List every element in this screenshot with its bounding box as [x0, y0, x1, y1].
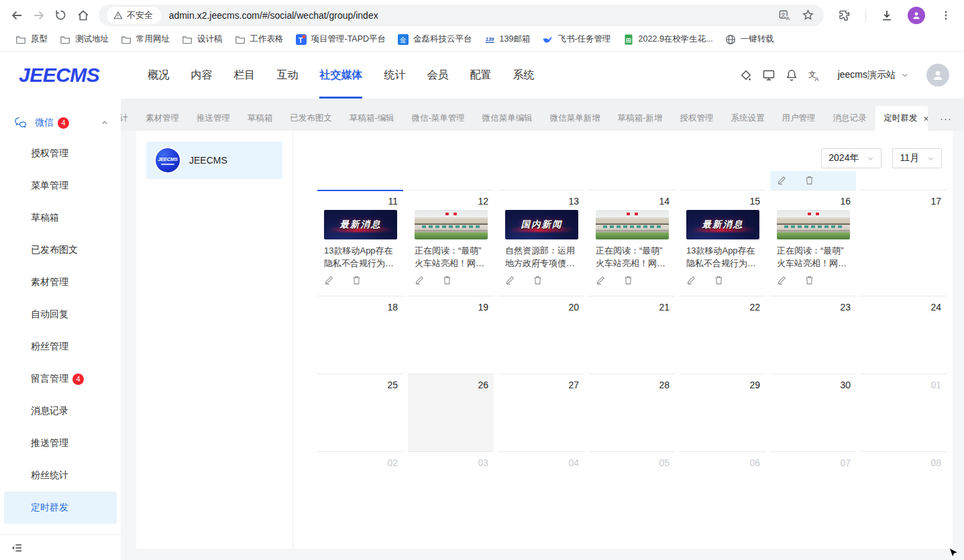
tab-推送管理[interactable]: 推送管理	[188, 106, 239, 131]
delete-icon[interactable]	[804, 275, 814, 285]
calendar-day-cell-24[interactable]: 24	[861, 296, 947, 374]
calendar-day-cell-25[interactable]: 25	[317, 374, 403, 451]
sidebar-item-粉丝统计[interactable]: 粉丝统计	[4, 459, 117, 492]
calendar-cell-partial[interactable]	[770, 171, 856, 190]
edit-icon[interactable]	[686, 275, 696, 285]
edit-icon[interactable]	[777, 175, 787, 185]
calendar-day-cell-07[interactable]: 07	[770, 451, 856, 549]
language-icon[interactable]: 文A	[803, 64, 826, 87]
tab-微信菜单新增[interactable]: 微信菜单新增	[541, 106, 609, 131]
tab-统计[interactable]: 统计	[121, 106, 137, 131]
calendar-day-cell-28[interactable]: 28	[589, 374, 675, 451]
tab-草稿箱[interactable]: 草稿箱	[239, 106, 282, 131]
back-icon[interactable]	[5, 4, 28, 27]
calendar-day-cell-11[interactable]: 11最新消息13款移动App存在隐私不合规行为，涉...	[317, 190, 403, 296]
nav-item-栏目[interactable]: 栏目	[233, 52, 255, 99]
edit-icon[interactable]	[596, 275, 606, 285]
calendar-day-cell-03[interactable]: 03	[408, 451, 494, 549]
calendar-day-cell-13[interactable]: 13国内新闻自然资源部：运用地方政府专项债券资...	[498, 190, 584, 296]
bookmark-item[interactable]: 一键转载	[719, 32, 780, 47]
calendar-day-cell-08[interactable]: 08	[861, 451, 947, 549]
site-switcher[interactable]: jeecms演示站	[838, 69, 909, 81]
calendar-day-cell-06[interactable]: 06	[680, 451, 765, 549]
delete-icon[interactable]	[623, 275, 633, 285]
jeecms-logo[interactable]: JEECMS	[19, 64, 99, 87]
bookmark-item[interactable]: 飞书-任务管理	[536, 32, 617, 47]
tab-微信菜单编辑[interactable]: 微信菜单编辑	[474, 106, 541, 131]
sidebar-item-草稿箱[interactable]: 草稿箱	[4, 202, 117, 234]
tab-微信-菜单管理[interactable]: 微信-菜单管理	[403, 106, 474, 131]
tabs-more-icon[interactable]: ···	[928, 106, 964, 131]
bookmark-item[interactable]: 2022.9在校学生花...	[617, 32, 719, 47]
bookmark-item[interactable]: 原型	[9, 32, 54, 47]
translate-page-icon[interactable]: 文A	[779, 9, 791, 21]
calendar-day-cell-14[interactable]: 14正在阅读：“最萌”火车站亮相！网友：...	[589, 190, 675, 296]
home-icon[interactable]	[72, 4, 94, 27]
calendar-day-cell-16[interactable]: 16正在阅读：“最萌”火车站亮相！网友：...	[770, 190, 856, 296]
calendar-day-cell-12[interactable]: 12正在阅读：“最萌”火车站亮相！网友：...	[408, 190, 494, 296]
tab-素材管理[interactable]: 素材管理	[137, 106, 188, 131]
sidebar-item-自动回复[interactable]: 自动回复	[4, 298, 117, 331]
nav-item-会员[interactable]: 会员	[427, 52, 448, 99]
edit-icon[interactable]	[324, 275, 334, 285]
calendar-day-cell-20[interactable]: 20	[498, 296, 584, 374]
sidebar-item-素材管理[interactable]: 素材管理	[4, 266, 117, 298]
edit-icon[interactable]	[777, 275, 787, 285]
nav-item-系统[interactable]: 系统	[513, 52, 534, 99]
collapse-menu-icon[interactable]	[11, 542, 23, 554]
tab-消息记录[interactable]: 消息记录	[824, 106, 875, 131]
extensions-icon[interactable]	[833, 4, 856, 27]
sidebar-item-消息记录[interactable]: 消息记录	[4, 395, 117, 427]
delete-icon[interactable]	[352, 275, 362, 285]
nav-item-互动[interactable]: 互动	[276, 52, 298, 99]
delete-icon[interactable]	[804, 175, 814, 185]
calendar-day-cell-19[interactable]: 19	[408, 296, 494, 374]
delete-icon[interactable]	[533, 275, 543, 285]
nav-item-社交媒体[interactable]: 社交媒体	[319, 52, 362, 99]
calendar-day-cell-17[interactable]: 17	[861, 190, 947, 296]
download-icon[interactable]	[875, 4, 898, 27]
calendar-day-cell-23[interactable]: 23	[770, 296, 856, 374]
year-select[interactable]: 2024年	[821, 148, 881, 168]
sidebar-item-留言管理[interactable]: 留言管理4	[4, 363, 117, 395]
bookmark-item[interactable]: 金金磊科技云平台	[392, 32, 478, 47]
browser-profile-avatar[interactable]	[908, 7, 925, 24]
sidebar-group-wechat[interactable]: 微信 4	[0, 108, 121, 137]
nav-item-配置[interactable]: 配置	[470, 52, 491, 99]
edit-icon[interactable]	[415, 275, 425, 285]
calendar-day-cell-02[interactable]: 02	[317, 451, 403, 549]
sidebar-item-菜单管理[interactable]: 菜单管理	[4, 170, 117, 202]
monitor-icon[interactable]	[757, 64, 780, 87]
calendar-day-cell-22[interactable]: 22	[680, 296, 765, 374]
tab-草稿箱-新增[interactable]: 草稿箱-新增	[609, 106, 672, 131]
sidebar-item-粉丝管理[interactable]: 粉丝管理	[4, 331, 117, 363]
tab-用户管理[interactable]: 用户管理	[773, 106, 824, 131]
bookmark-item[interactable]: 139139邮箱	[478, 32, 537, 47]
nav-item-概况[interactable]: 概况	[148, 52, 169, 99]
sidebar-item-推送管理[interactable]: 推送管理	[4, 427, 117, 459]
reload-icon[interactable]	[50, 4, 72, 27]
tab-定时群发[interactable]: 定时群发×	[875, 106, 928, 131]
tab-草稿箱-编辑[interactable]: 草稿箱-编辑	[341, 106, 403, 131]
bookmark-star-icon[interactable]	[802, 9, 814, 21]
calendar-day-cell-21[interactable]: 21	[589, 296, 675, 374]
tab-已发布图文[interactable]: 已发布图文	[282, 106, 341, 131]
security-badge[interactable]: 不安全	[107, 7, 161, 24]
edit-icon[interactable]	[505, 275, 515, 285]
tab-系统设置[interactable]: 系统设置	[722, 106, 773, 131]
delete-icon[interactable]	[714, 275, 724, 285]
sidebar-item-授权管理[interactable]: 授权管理	[4, 137, 117, 170]
nav-item-内容[interactable]: 内容	[191, 52, 212, 99]
bookmark-item[interactable]: T项目管理-TAPD平台	[290, 32, 392, 47]
calendar-day-cell-18[interactable]: 18	[317, 296, 403, 374]
calendar-day-cell-27[interactable]: 27	[498, 374, 584, 451]
calendar-day-cell-26[interactable]: 26	[408, 374, 494, 451]
month-select[interactable]: 11月	[892, 148, 942, 168]
calendar-day-cell-30[interactable]: 30	[770, 374, 856, 451]
nav-item-统计[interactable]: 统计	[384, 52, 405, 99]
calendar-day-cell-01[interactable]: 01	[861, 374, 947, 451]
calendar-day-cell-05[interactable]: 05	[589, 451, 675, 549]
user-avatar[interactable]	[926, 64, 949, 87]
browser-menu-icon[interactable]	[934, 4, 957, 27]
bookmark-item[interactable]: 常用网址	[115, 32, 176, 47]
